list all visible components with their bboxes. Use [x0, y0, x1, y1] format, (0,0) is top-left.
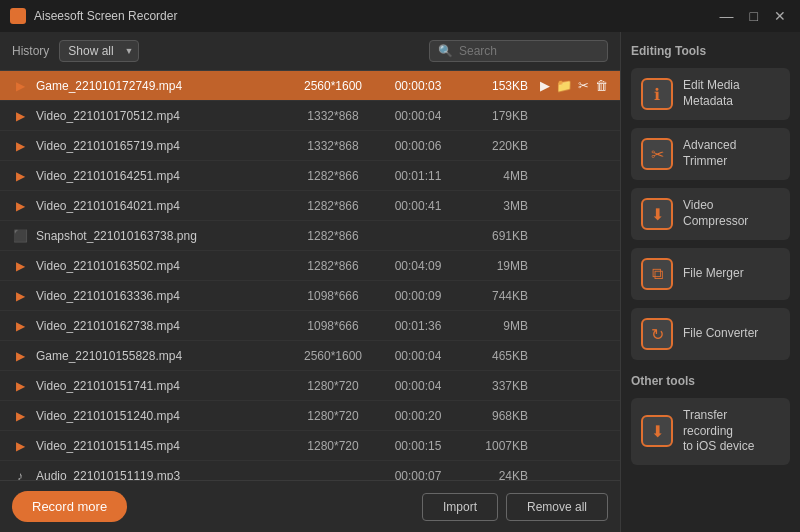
file-duration: 00:00:06 [378, 139, 458, 153]
other-tools-container: ⬇ Transfer recordingto iOS device [631, 398, 790, 465]
file-duration: 00:00:41 [378, 199, 458, 213]
file-resolution: 1282*866 [288, 229, 378, 243]
file-duration: 00:00:04 [378, 349, 458, 363]
file-merger-icon: ⧉ [641, 258, 673, 290]
table-row[interactable]: ▶ Video_221010164251.mp4 1282*866 00:01:… [0, 161, 620, 191]
title-bar-left: Aiseesoft Screen Recorder [10, 8, 177, 24]
folder-button[interactable]: 📁 [556, 78, 572, 93]
file-resolution: 1282*866 [288, 199, 378, 213]
window-controls[interactable]: — □ ✕ [716, 8, 790, 24]
file-name: Video_221010163502.mp4 [36, 259, 288, 273]
minimize-button[interactable]: — [716, 8, 738, 24]
file-name: Game_221010172749.mp4 [36, 79, 288, 93]
advanced-trimmer-icon: ✂ [641, 138, 673, 170]
search-box[interactable]: 🔍 [429, 40, 608, 62]
file-duration: 00:00:03 [378, 79, 458, 93]
file-actions: ▶ 📁 ✂ 🗑 [528, 78, 608, 93]
record-more-button[interactable]: Record more [12, 491, 127, 522]
file-size: 465KB [458, 349, 528, 363]
video-compressor-icon: ⬇ [641, 198, 673, 230]
trim-button[interactable]: ✂ [578, 78, 589, 93]
transfer-ios-icon: ⬇ [641, 415, 673, 447]
app-icon [10, 8, 26, 24]
file-type-icon: ⬛ [12, 228, 28, 244]
tools-container: ℹ Edit MediaMetadata ✂ AdvancedTrimmer ⬇… [631, 68, 790, 368]
table-row[interactable]: ▶ Video_221010162738.mp4 1098*666 00:01:… [0, 311, 620, 341]
app-title: Aiseesoft Screen Recorder [34, 9, 177, 23]
play-button[interactable]: ▶ [540, 78, 550, 93]
file-resolution: 1332*868 [288, 109, 378, 123]
remove-all-button[interactable]: Remove all [506, 493, 608, 521]
maximize-button[interactable]: □ [746, 8, 762, 24]
file-size: 9MB [458, 319, 528, 333]
table-row[interactable]: ▶ Video_221010151145.mp4 1280*720 00:00:… [0, 431, 620, 461]
file-type-icon: ▶ [12, 408, 28, 424]
table-row[interactable]: ▶ Video_221010165719.mp4 1332*868 00:00:… [0, 131, 620, 161]
video-compressor-label: VideoCompressor [683, 198, 748, 229]
file-type-icon: ▶ [12, 78, 28, 94]
tool-edit-metadata[interactable]: ℹ Edit MediaMetadata [631, 68, 790, 120]
file-duration: 00:01:36 [378, 319, 458, 333]
history-select[interactable]: Show all [59, 40, 139, 62]
file-name: Video_221010151741.mp4 [36, 379, 288, 393]
history-label: History [12, 44, 49, 58]
file-size: 24KB [458, 469, 528, 481]
show-all-wrapper[interactable]: Show all [59, 40, 139, 62]
close-button[interactable]: ✕ [770, 8, 790, 24]
table-row[interactable]: ▶ Game_221010172749.mp4 2560*1600 00:00:… [0, 71, 620, 101]
file-size: 744KB [458, 289, 528, 303]
file-size: 1007KB [458, 439, 528, 453]
file-type-icon: ▶ [12, 288, 28, 304]
file-resolution: 1280*720 [288, 439, 378, 453]
advanced-trimmer-label: AdvancedTrimmer [683, 138, 736, 169]
file-name: Game_221010155828.mp4 [36, 349, 288, 363]
title-bar: Aiseesoft Screen Recorder — □ ✕ [0, 0, 800, 32]
file-resolution: 2560*1600 [288, 79, 378, 93]
file-name: Snapshot_221010163738.png [36, 229, 288, 243]
toolbar: History Show all 🔍 [0, 32, 620, 71]
table-row[interactable]: ▶ Video_221010151741.mp4 1280*720 00:00:… [0, 371, 620, 401]
table-row[interactable]: ▶ Video_221010163336.mp4 1098*666 00:00:… [0, 281, 620, 311]
file-size: 19MB [458, 259, 528, 273]
search-input[interactable] [459, 44, 599, 58]
edit-metadata-label: Edit MediaMetadata [683, 78, 740, 109]
other-tools-title: Other tools [631, 374, 790, 388]
file-name: Video_221010164021.mp4 [36, 199, 288, 213]
file-name: Audio_221010151119.mp3 [36, 469, 288, 481]
table-row[interactable]: ▶ Video_221010163502.mp4 1282*866 00:04:… [0, 251, 620, 281]
tool-file-merger[interactable]: ⧉ File Merger [631, 248, 790, 300]
import-button[interactable]: Import [422, 493, 498, 521]
file-name: Video_221010162738.mp4 [36, 319, 288, 333]
table-row[interactable]: ▶ Game_221010155828.mp4 2560*1600 00:00:… [0, 341, 620, 371]
file-name: Video_221010165719.mp4 [36, 139, 288, 153]
file-duration: 00:04:09 [378, 259, 458, 273]
file-size: 220KB [458, 139, 528, 153]
tool-video-compressor[interactable]: ⬇ VideoCompressor [631, 188, 790, 240]
file-name: Video_221010151145.mp4 [36, 439, 288, 453]
table-row[interactable]: ♪ Audio_221010151119.mp3 00:00:07 24KB [0, 461, 620, 480]
file-type-icon: ▶ [12, 348, 28, 364]
table-row[interactable]: ▶ Video_221010164021.mp4 1282*866 00:00:… [0, 191, 620, 221]
delete-button[interactable]: 🗑 [595, 78, 608, 93]
file-size: 691KB [458, 229, 528, 243]
tool-transfer-ios[interactable]: ⬇ Transfer recordingto iOS device [631, 398, 790, 465]
tool-file-converter[interactable]: ↻ File Converter [631, 308, 790, 360]
editing-tools-title: Editing Tools [631, 44, 790, 58]
bottom-bar: Record more Import Remove all [0, 480, 620, 532]
file-name: Video_221010151240.mp4 [36, 409, 288, 423]
left-panel: History Show all 🔍 ▶ Game_221010172749.m… [0, 32, 620, 532]
right-panel: Editing Tools ℹ Edit MediaMetadata ✂ Adv… [620, 32, 800, 532]
file-converter-label: File Converter [683, 326, 758, 342]
file-size: 3MB [458, 199, 528, 213]
file-name: Video_221010163336.mp4 [36, 289, 288, 303]
file-type-icon: ♪ [12, 468, 28, 481]
file-duration: 00:00:04 [378, 379, 458, 393]
table-row[interactable]: ▶ Video_221010170512.mp4 1332*868 00:00:… [0, 101, 620, 131]
main-container: History Show all 🔍 ▶ Game_221010172749.m… [0, 32, 800, 532]
file-name: Video_221010170512.mp4 [36, 109, 288, 123]
table-row[interactable]: ▶ Video_221010151240.mp4 1280*720 00:00:… [0, 401, 620, 431]
table-row[interactable]: ⬛ Snapshot_221010163738.png 1282*866 691… [0, 221, 620, 251]
tool-advanced-trimmer[interactable]: ✂ AdvancedTrimmer [631, 128, 790, 180]
edit-metadata-icon: ℹ [641, 78, 673, 110]
file-duration: 00:00:15 [378, 439, 458, 453]
